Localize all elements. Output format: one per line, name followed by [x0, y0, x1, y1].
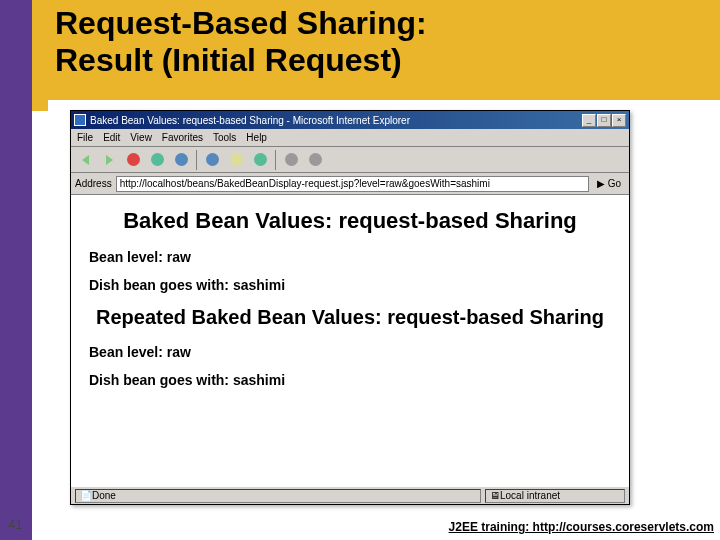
- print-icon: [309, 153, 322, 166]
- print-button[interactable]: [304, 150, 326, 170]
- maximize-button[interactable]: □: [597, 114, 611, 127]
- dish-goes-with-2: Dish bean goes with: sashimi: [89, 372, 611, 388]
- close-button[interactable]: ×: [612, 114, 626, 127]
- home-icon: [175, 153, 188, 166]
- browser-window: Baked Bean Values: request-based Sharing…: [70, 110, 630, 505]
- arrow-right-icon: [106, 155, 113, 165]
- address-label: Address: [75, 178, 112, 189]
- stop-icon: [127, 153, 140, 166]
- bean-level-2: Bean level: raw: [89, 344, 611, 360]
- purple-side-bar: [0, 0, 32, 540]
- mail-button[interactable]: [280, 150, 302, 170]
- home-button[interactable]: [170, 150, 192, 170]
- ie-icon: [74, 114, 86, 126]
- menu-file[interactable]: File: [77, 132, 93, 143]
- status-message: 📄 Done: [75, 489, 481, 503]
- footer-link[interactable]: J2EE training: http://courses.coreservle…: [449, 520, 714, 534]
- history-icon: [254, 153, 267, 166]
- slide-title: Request-Based Sharing: Result (Initial R…: [55, 5, 427, 79]
- refresh-icon: [151, 153, 164, 166]
- status-bar: 📄 Done 🖥 Local intranet: [71, 486, 629, 504]
- stop-button[interactable]: [122, 150, 144, 170]
- page-content: Baked Bean Values: request-based Sharing…: [71, 195, 629, 486]
- window-titlebar[interactable]: Baked Bean Values: request-based Sharing…: [71, 111, 629, 129]
- slide-title-line2: Result (Initial Request): [55, 42, 402, 78]
- page-heading-1: Baked Bean Values: request-based Sharing: [89, 207, 611, 235]
- arrow-left-icon: [82, 155, 89, 165]
- address-bar: Address ▶ Go: [71, 173, 629, 195]
- mail-icon: [285, 153, 298, 166]
- address-input[interactable]: [116, 176, 589, 192]
- minimize-button[interactable]: _: [582, 114, 596, 127]
- toolbar-separator: [196, 150, 197, 170]
- favorites-icon: [230, 153, 243, 166]
- search-icon: [206, 153, 219, 166]
- slide-title-line1: Request-Based Sharing:: [55, 5, 427, 41]
- menu-help[interactable]: Help: [246, 132, 267, 143]
- window-buttons: _ □ ×: [582, 114, 626, 127]
- favorites-button[interactable]: [225, 150, 247, 170]
- back-button[interactable]: [74, 150, 96, 170]
- search-button[interactable]: [201, 150, 223, 170]
- window-title: Baked Bean Values: request-based Sharing…: [90, 115, 410, 126]
- dish-goes-with-1: Dish bean goes with: sashimi: [89, 277, 611, 293]
- history-button[interactable]: [249, 150, 271, 170]
- slide-number: 41: [8, 517, 22, 532]
- status-zone: 🖥 Local intranet: [485, 489, 625, 503]
- menu-bar: File Edit View Favorites Tools Help: [71, 129, 629, 147]
- menu-edit[interactable]: Edit: [103, 132, 120, 143]
- toolbar: [71, 147, 629, 173]
- menu-view[interactable]: View: [130, 132, 152, 143]
- bean-level-1: Bean level: raw: [89, 249, 611, 265]
- accent-square: [32, 95, 48, 111]
- menu-tools[interactable]: Tools: [213, 132, 236, 143]
- page-heading-2: Repeated Baked Bean Values: request-base…: [89, 305, 611, 330]
- forward-button[interactable]: [98, 150, 120, 170]
- toolbar-separator: [275, 150, 276, 170]
- go-button[interactable]: ▶ Go: [593, 178, 625, 189]
- refresh-button[interactable]: [146, 150, 168, 170]
- menu-favorites[interactable]: Favorites: [162, 132, 203, 143]
